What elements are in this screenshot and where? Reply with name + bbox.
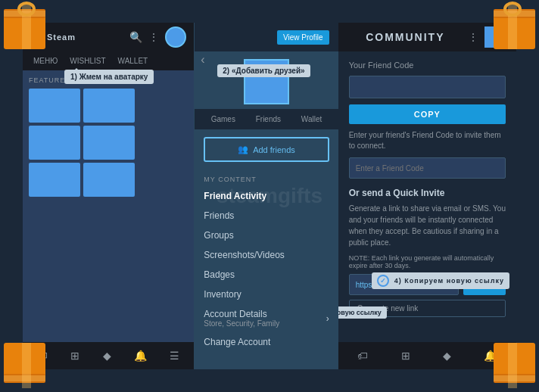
enter-friend-code-input[interactable]: [349, 157, 506, 179]
check-icon: ✓: [377, 275, 389, 287]
quick-invite-desc: Generate a link to share via email or SM…: [349, 203, 506, 248]
copy-btn[interactable]: COPY: [349, 104, 506, 124]
comm-bell-icon[interactable]: 🔔: [484, 350, 497, 362]
svg-rect-8: [494, 11, 535, 17]
account-details-label: Account Details: [204, 309, 279, 319]
comm-tag-icon[interactable]: 🏷: [357, 350, 368, 362]
change-account-item[interactable]: Change Account: [195, 332, 338, 352]
expiry-note: NOTE: Each link you generate will automa…: [349, 254, 506, 269]
community-avatar[interactable]: [484, 26, 506, 48]
badges-item[interactable]: Badges: [195, 265, 338, 285]
menu-tab[interactable]: МЕНЮ: [29, 54, 62, 67]
friends-tab[interactable]: Friends: [253, 114, 284, 125]
wishlist-tab[interactable]: WISHLIST: [65, 54, 110, 67]
link-area: COPY ✓ 4) Копируем новую ссылку: [349, 274, 506, 295]
annotation-4: ✓ 4) Копируем новую ссылку: [372, 272, 509, 289]
invite-description: Enter your friend's Friend Code to invit…: [349, 130, 506, 151]
svg-rect-15: [494, 374, 535, 383]
games-tab[interactable]: Games: [208, 114, 238, 125]
profile-header: View Profile: [195, 23, 338, 51]
steam-logo-icon: S: [30, 30, 44, 44]
friends-item[interactable]: Friends: [195, 206, 338, 226]
left-bottom-nav: 🏷 ⊞ ◆ 🔔 ☰: [23, 342, 194, 369]
featured-item-5[interactable]: [29, 163, 80, 197]
community-content: Your Friend Code COPY Enter your friend'…: [338, 51, 516, 342]
grid-icon[interactable]: ⊞: [70, 350, 79, 362]
left-panel: S Steam 🔍 ⋮ 1) Жмем на аватарку МЕНЮ WIS…: [23, 23, 195, 369]
comm-diamond-icon[interactable]: ◆: [443, 350, 451, 362]
svg-rect-17: [494, 375, 535, 381]
back-btn[interactable]: ‹: [201, 53, 204, 67]
view-profile-btn[interactable]: View Profile: [277, 30, 329, 45]
search-icon[interactable]: 🔍: [129, 31, 142, 43]
friend-code-input[interactable]: [349, 76, 506, 98]
account-details-item[interactable]: Account Details Store, Security, Family …: [195, 304, 338, 332]
screenshots-item[interactable]: Screenshots/Videos: [195, 245, 338, 265]
svg-point-9: [505, 3, 520, 15]
featured-item-3[interactable]: [29, 126, 80, 160]
arrow-right-icon: ›: [326, 313, 329, 324]
left-content: FEATURED & RECOMMENDED: [23, 70, 194, 342]
add-friends-label: Add friends: [253, 145, 295, 154]
featured-item-4[interactable]: [83, 126, 135, 160]
menu-icon[interactable]: ☰: [170, 350, 179, 362]
steam-logo: S Steam: [30, 30, 76, 44]
community-title: COMMUNITY: [366, 31, 444, 43]
steam-header: S Steam 🔍 ⋮: [23, 23, 194, 51]
community-header: COMMUNITY ⋮: [338, 23, 516, 51]
avatar[interactable]: [165, 26, 186, 48]
svg-point-4: [19, 3, 34, 15]
community-more-icon[interactable]: ⋮: [468, 31, 478, 43]
featured-items: [29, 89, 188, 197]
svg-rect-11: [4, 374, 45, 383]
svg-rect-13: [4, 375, 45, 381]
featured-item-6[interactable]: [83, 163, 135, 197]
nav-tabs: МЕНЮ WISHLIST WALLET: [23, 51, 194, 70]
right-panel: COMMUNITY ⋮ Your Friend Code COPY Enter …: [338, 23, 516, 369]
wallet-tab[interactable]: WALLET: [114, 54, 153, 67]
generate-wrapper: Generate new link 3) Создаём новую ссылк…: [349, 300, 506, 317]
tag-icon[interactable]: 🏷: [37, 350, 48, 362]
community-bottom-nav: 🏷 ⊞ ◆ 🔔: [338, 342, 516, 369]
inventory-item[interactable]: Inventory: [195, 285, 338, 304]
tooltip-2: 2) «Добавить друзей»: [217, 64, 310, 77]
wallet-tab[interactable]: Wallet: [298, 114, 325, 125]
comm-grid-icon[interactable]: ⊞: [401, 350, 410, 362]
svg-rect-6: [494, 9, 535, 18]
groups-item[interactable]: Groups: [195, 226, 338, 245]
copy-link-btn[interactable]: COPY ✓ 4) Копируем новую ссылку: [463, 274, 506, 295]
diamond-icon[interactable]: ◆: [103, 350, 111, 362]
steam-logo-text: Steam: [47, 33, 76, 42]
friend-activity-item[interactable]: Friend Activity: [195, 186, 338, 206]
quick-invite-title: Or send a Quick Invite: [349, 188, 506, 198]
community-header-icons: ⋮: [468, 26, 506, 48]
middle-tabs: Games Friends Wallet: [195, 109, 338, 129]
svg-rect-3: [4, 11, 45, 17]
featured-item-1[interactable]: [29, 89, 80, 123]
more-icon[interactable]: ⋮: [148, 31, 159, 43]
annotation-3: 3) Создаём новую ссылку: [338, 306, 387, 319]
header-icons: 🔍 ⋮: [129, 26, 186, 48]
add-friends-icon: 👥: [238, 145, 248, 154]
featured-section: FEATURED & RECOMMENDED: [23, 70, 194, 203]
add-friends-btn[interactable]: 👥 Add friends: [204, 137, 329, 162]
my-content-label: MY CONTENT: [195, 170, 338, 186]
svg-rect-1: [4, 9, 45, 18]
bell-icon[interactable]: 🔔: [134, 350, 147, 362]
account-details-sub: Store, Security, Family: [204, 319, 279, 328]
main-container: S Steam 🔍 ⋮ 1) Жмем на аватарку МЕНЮ WIS…: [23, 23, 516, 369]
middle-panel: View Profile ‹ 2) «Добавить друзей» Game…: [195, 23, 338, 369]
friend-code-section-title: Your Friend Code: [349, 61, 506, 70]
tooltip-1: 1) Жмем на аватарку: [64, 70, 154, 84]
featured-item-2[interactable]: [83, 89, 135, 123]
